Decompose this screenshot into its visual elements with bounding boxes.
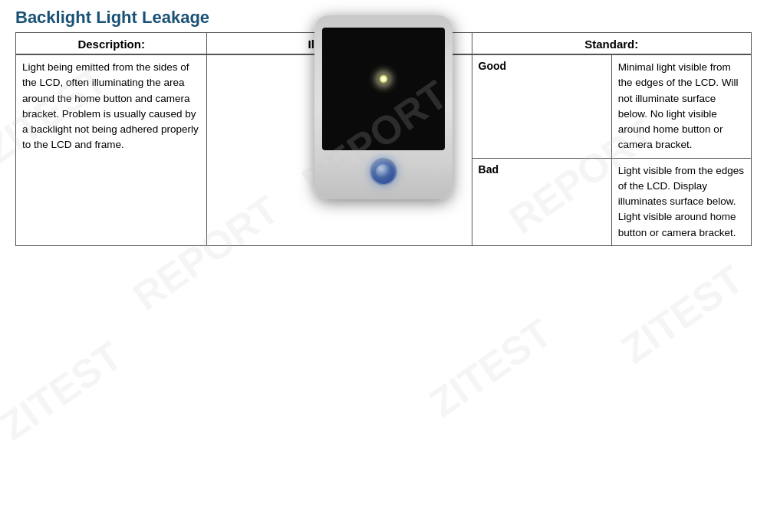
header-standard: Standard: bbox=[472, 33, 751, 55]
glow-spot bbox=[378, 74, 389, 84]
main-table: Description: Illustration: Standard: Lig… bbox=[15, 32, 752, 246]
illustration-cell bbox=[207, 54, 472, 245]
phone-screen-dark bbox=[322, 28, 445, 150]
bad-label-cell: Bad bbox=[472, 158, 611, 245]
home-button bbox=[370, 158, 397, 186]
watermark-text-3: ZITEST bbox=[0, 333, 130, 449]
phone-body bbox=[314, 15, 453, 199]
good-label: Good bbox=[479, 60, 507, 72]
good-label-cell: Good bbox=[472, 54, 611, 158]
watermark-text-5: ZITEST bbox=[421, 310, 560, 426]
watermark-text-7: ZITEST bbox=[613, 256, 752, 373]
bad-standard-text: Light visible from the edges of the LCD.… bbox=[618, 165, 744, 238]
good-standard-text: Minimal light visible from the edges of … bbox=[618, 61, 739, 150]
header-description: Description: bbox=[16, 33, 207, 55]
page-container: ZITEST REPORT ZITEST REPORT ZITEST REPOR… bbox=[0, 0, 767, 532]
description-text: Light being emitted from the sides of th… bbox=[22, 61, 199, 150]
bad-text-cell: Light visible from the edges of the LCD.… bbox=[611, 158, 751, 245]
good-text-cell: Minimal light visible from the edges of … bbox=[611, 54, 751, 158]
description-cell: Light being emitted from the sides of th… bbox=[16, 54, 207, 245]
bad-label: Bad bbox=[479, 163, 499, 176]
